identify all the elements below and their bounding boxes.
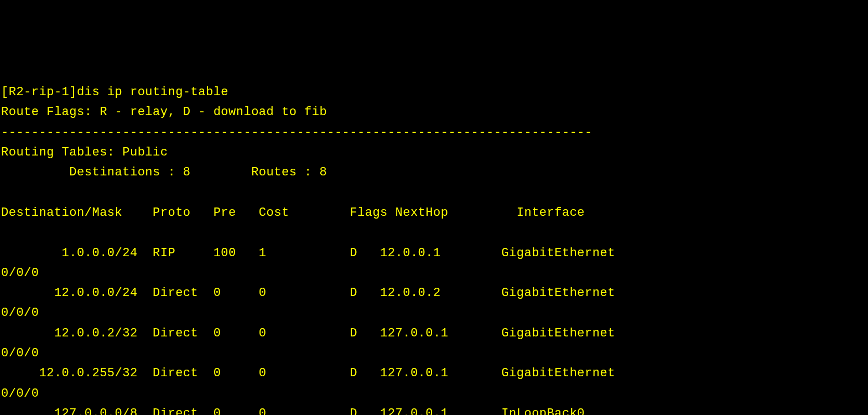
routing-table-header: Routing Tables: Public [1, 146, 168, 159]
terminal-output: [R2-rip-1]dis ip routing-table Route Fla… [1, 82, 868, 415]
separator-line: ----------------------------------------… [1, 126, 592, 139]
prompt: [R2-rip-1] [1, 85, 77, 99]
summary-line: Destinations : 8 Routes : 8 [1, 165, 327, 179]
flags-legend: Route Flags: R - relay, D - download to … [1, 105, 327, 119]
command: dis ip routing-table [77, 85, 228, 99]
routing-rows: 1.0.0.0/24 RIP 100 1 D 12.0.0.1 GigabitE… [1, 246, 615, 415]
column-headers: Destination/Mask Proto Pre Cost Flags Ne… [1, 206, 585, 220]
